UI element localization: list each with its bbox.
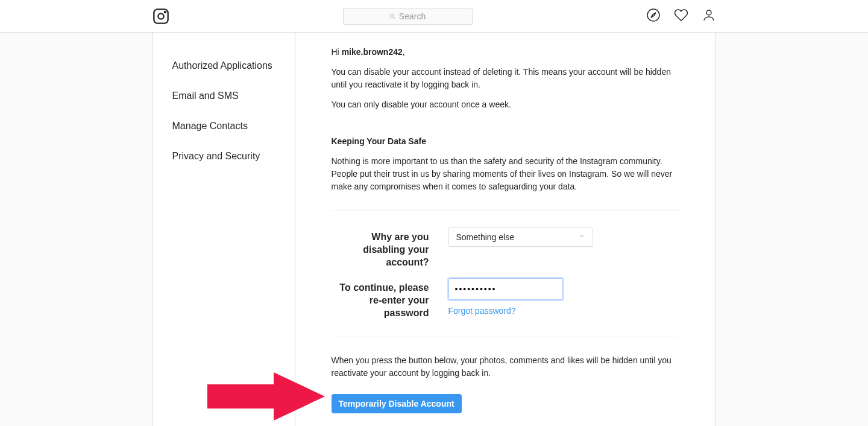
data-safe-title: Keeping Your Data Safe	[332, 135, 679, 148]
greeting-suffix: ,	[403, 47, 405, 57]
top-navigation: Search	[0, 0, 868, 33]
sidebar-item-authorized-apps[interactable]: Authorized Applications	[153, 51, 295, 81]
search-input[interactable]	[343, 8, 473, 25]
greeting-prefix: Hi	[332, 47, 342, 57]
svg-point-7	[706, 10, 711, 15]
sidebar-item-email-sms[interactable]: Email and SMS	[153, 81, 295, 111]
sidebar-item-label: Manage Contacts	[172, 121, 248, 131]
sidebar-item-label: Email and SMS	[172, 91, 239, 101]
settings-sidebar: Authorized Applications Email and SMS Ma…	[153, 33, 295, 426]
svg-marker-6	[651, 13, 656, 17]
divider	[332, 337, 679, 337]
instagram-logo[interactable]	[153, 8, 169, 25]
reason-select[interactable]: Something else	[448, 227, 593, 247]
disable-info-para-1: You can disable your account instead of …	[332, 66, 679, 91]
final-warning-para: When you press the button below, your ph…	[332, 354, 679, 380]
reason-label: Why are you disabling your account?	[332, 227, 448, 269]
data-safe-para: Nothing is more important to us than the…	[332, 155, 679, 193]
main-content: Hi mike.brown242, You can disable your a…	[295, 33, 715, 426]
sidebar-item-label: Authorized Applications	[172, 60, 272, 71]
sidebar-item-label: Privacy and Security	[172, 151, 260, 161]
settings-container: Authorized Applications Email and SMS Ma…	[153, 33, 716, 426]
forgot-password-link[interactable]: Forgot password?	[448, 305, 516, 317]
divider	[332, 210, 679, 211]
temporarily-disable-button[interactable]: Temporarily Disable Account	[332, 394, 462, 413]
search-container: Search	[343, 8, 473, 25]
explore-icon[interactable]	[646, 8, 661, 24]
profile-icon[interactable]	[702, 8, 716, 24]
password-label: To continue, please re-enter your passwo…	[332, 278, 448, 319]
reason-selected-value: Something else	[456, 231, 515, 244]
greeting-line: Hi mike.brown242,	[332, 46, 679, 59]
sidebar-item-manage-contacts[interactable]: Manage Contacts	[153, 111, 295, 141]
password-input[interactable]	[448, 278, 563, 300]
sidebar-item-privacy-security[interactable]: Privacy and Security	[153, 141, 295, 171]
username: mike.brown242	[342, 47, 403, 57]
svg-point-1	[158, 13, 163, 19]
activity-heart-icon[interactable]	[674, 8, 688, 24]
chevron-down-icon	[578, 231, 585, 244]
svg-point-2	[164, 11, 165, 12]
svg-point-5	[647, 9, 659, 21]
disable-info-para-2: You can only disable your account once a…	[332, 98, 679, 111]
